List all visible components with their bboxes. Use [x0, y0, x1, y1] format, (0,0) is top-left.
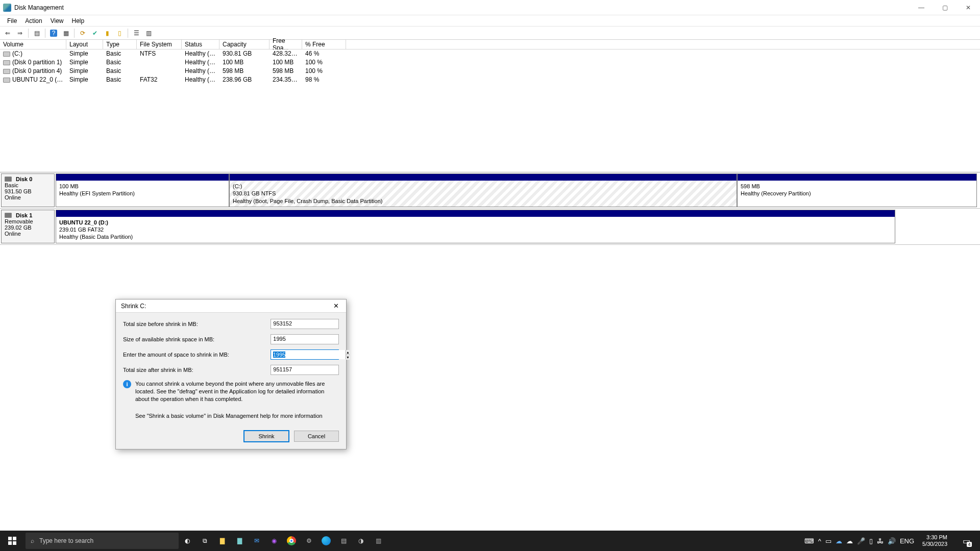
dialog-close-icon[interactable]: ✕ — [326, 299, 346, 313]
clock-date: 5/30/2023 — [922, 541, 947, 547]
edge-icon[interactable] — [317, 531, 335, 551]
info-text-1: You cannot shrink a volume beyond the po… — [135, 380, 339, 403]
volume-table-header: Volume Layout Type File System Status Ca… — [0, 40, 980, 49]
col-type[interactable]: Type — [103, 40, 137, 49]
microphone-icon[interactable]: 🎤 — [857, 537, 865, 545]
label-total-before: Total size before shrink in MB: — [123, 321, 271, 327]
system-tray: ⌨ ^ ▭ ☁ ☁ 🎤 ▯ 🖧 🔊 ENG 3:30 PM 5/30/2023 … — [804, 531, 980, 551]
label-total-after: Total size after shrink in MB: — [123, 367, 271, 373]
wizard-icon[interactable]: ✔ — [89, 28, 101, 39]
info-text-2: See "Shrink a basic volume" in Disk Mana… — [135, 412, 339, 420]
label-available-shrink: Size of available shrink space in MB: — [123, 336, 271, 342]
value-total-before: 953152 — [271, 319, 339, 329]
clock-time: 3:30 PM — [922, 534, 947, 541]
notification-badge: 4 — [967, 542, 971, 547]
partition[interactable]: UBUNTU 22_0 (D:)239.01 GB FAT32Healthy (… — [56, 210, 895, 243]
dialog-title: Shrink C: — [121, 303, 146, 310]
help-icon[interactable]: ? — [48, 28, 59, 39]
menu-bar: File Action View Help — [0, 15, 980, 27]
weather-tray-icon[interactable]: ☁ — [846, 537, 853, 545]
shrink-dialog: Shrink C: ✕ Total size before shrink in … — [115, 299, 347, 449]
task-view-icon[interactable]: ⧉ — [196, 531, 213, 551]
app-icon — [3, 4, 11, 12]
touch-keyboard-icon[interactable]: ⌨ — [804, 537, 814, 545]
disk-info[interactable]: Disk 0Basic931.50 GBOnline — [1, 173, 55, 207]
spinner-up-icon[interactable]: ▲ — [346, 350, 350, 355]
maximize-button[interactable]: ▢ — [933, 0, 957, 15]
show-hide-tree-icon[interactable]: ▤ — [31, 28, 42, 39]
list-view-icon[interactable]: ☰ — [131, 28, 142, 39]
value-available-shrink: 1995 — [271, 334, 339, 344]
detail-view-icon[interactable]: ▥ — [143, 28, 154, 39]
shrink-amount-spinner[interactable]: ▲ ▼ — [271, 349, 339, 360]
tray-overflow-icon[interactable]: ^ — [818, 537, 821, 545]
app-icon-2[interactable]: ⚙ — [300, 531, 317, 551]
onedrive-icon[interactable]: ☁ — [836, 537, 842, 545]
close-button[interactable]: ✕ — [957, 0, 980, 15]
taskbar-search[interactable]: ⌕ Type here to search — [26, 533, 179, 549]
table-row[interactable]: (C:)SimpleBasicNTFSHealthy (B...930.81 G… — [0, 49, 980, 58]
properties-icon[interactable]: ▦ — [60, 28, 71, 39]
taskbar-clock[interactable]: 3:30 PM 5/30/2023 — [918, 534, 951, 547]
search-icon: ⌕ — [31, 537, 34, 544]
volume-table-body: (C:)SimpleBasicNTFSHealthy (B...930.81 G… — [0, 49, 980, 172]
taskbar: ⌕ Type here to search ◐ ⧉ ▇ ▇ ✉ ◉ ⚙ ▤ ◑ … — [0, 531, 980, 551]
disk-row: Disk 0Basic931.50 GBOnline100 MBHealthy … — [0, 172, 980, 209]
col-layout[interactable]: Layout — [66, 40, 103, 49]
action-center-icon[interactable]: ▭4 — [955, 531, 977, 551]
disk-management-taskbar-icon[interactable]: ▥ — [370, 531, 387, 551]
minimize-button[interactable]: — — [910, 0, 933, 15]
col-percent-free[interactable]: % Free — [302, 40, 346, 49]
language-indicator[interactable]: ENG — [900, 537, 914, 545]
col-volume[interactable]: Volume — [0, 40, 66, 49]
app-icon-1[interactable]: ◉ — [265, 531, 283, 551]
col-filesystem[interactable]: File System — [137, 40, 182, 49]
value-total-after: 951157 — [271, 365, 339, 375]
settings-icon[interactable]: ▯ — [114, 28, 125, 39]
disk-row: Disk 1Removable239.02 GBOnlineUBUNTU 22_… — [0, 209, 980, 245]
col-freespace[interactable]: Free Spa... — [270, 40, 302, 49]
new-volume-icon[interactable]: ▮ — [102, 28, 113, 39]
file-explorer-icon[interactable]: ▇ — [213, 531, 231, 551]
windows-logo-icon — [8, 537, 16, 545]
forward-icon[interactable]: ⇒ — [14, 28, 26, 39]
toolbar: ⇐ ⇒ ▤ ? ▦ ⟳ ✔ ▮ ▯ ☰ ▥ — [0, 27, 980, 40]
steam-icon[interactable]: ◑ — [352, 531, 370, 551]
search-placeholder: Type here to search — [39, 537, 93, 544]
col-capacity[interactable]: Capacity — [219, 40, 270, 49]
network-icon[interactable]: 🖧 — [877, 537, 884, 545]
menu-view[interactable]: View — [46, 16, 68, 26]
menu-help[interactable]: Help — [68, 16, 89, 26]
menu-file[interactable]: File — [3, 16, 21, 26]
battery-icon[interactable]: ▯ — [869, 537, 873, 545]
partition[interactable]: 598 MBHealthy (Recovery Partition) — [737, 173, 977, 207]
table-row[interactable]: UBUNTU 22_0 (D:)SimpleBasicFAT32Healthy … — [0, 76, 980, 84]
label-enter-shrink: Enter the amount of space to shrink in M… — [123, 352, 271, 358]
mail-icon[interactable]: ✉ — [248, 531, 265, 551]
cortana-icon[interactable]: ◐ — [179, 531, 196, 551]
info-icon: i — [123, 380, 131, 388]
table-row[interactable]: (Disk 0 partition 1)SimpleBasicHealthy (… — [0, 58, 980, 67]
shrink-amount-input[interactable] — [271, 350, 346, 359]
refresh-icon[interactable]: ⟳ — [77, 28, 88, 39]
back-icon[interactable]: ⇐ — [2, 28, 13, 39]
partition[interactable]: (C:)930.81 GB NTFSHealthy (Boot, Page Fi… — [229, 173, 737, 207]
window-title: Disk Management — [14, 4, 64, 11]
table-row[interactable]: (Disk 0 partition 4)SimpleBasicHealthy (… — [0, 67, 980, 76]
volume-icon[interactable]: 🔊 — [888, 537, 896, 545]
partition[interactable]: 100 MBHealthy (EFI System Partition) — [56, 173, 229, 207]
tray-app-icon[interactable]: ▭ — [825, 537, 831, 545]
cancel-button[interactable]: Cancel — [294, 431, 339, 442]
disk-info[interactable]: Disk 1Removable239.02 GBOnline — [1, 210, 55, 243]
app-icon-3[interactable]: ▤ — [335, 531, 352, 551]
chrome-icon[interactable] — [283, 531, 300, 551]
col-status[interactable]: Status — [182, 40, 219, 49]
start-button[interactable] — [0, 531, 24, 551]
window-titlebar: Disk Management — ▢ ✕ — [0, 0, 980, 15]
microsoft-store-icon[interactable]: ▇ — [231, 531, 248, 551]
spinner-down-icon[interactable]: ▼ — [346, 355, 350, 360]
menu-action[interactable]: Action — [21, 16, 46, 26]
dialog-titlebar: Shrink C: ✕ — [116, 299, 346, 313]
shrink-button[interactable]: Shrink — [244, 431, 289, 442]
